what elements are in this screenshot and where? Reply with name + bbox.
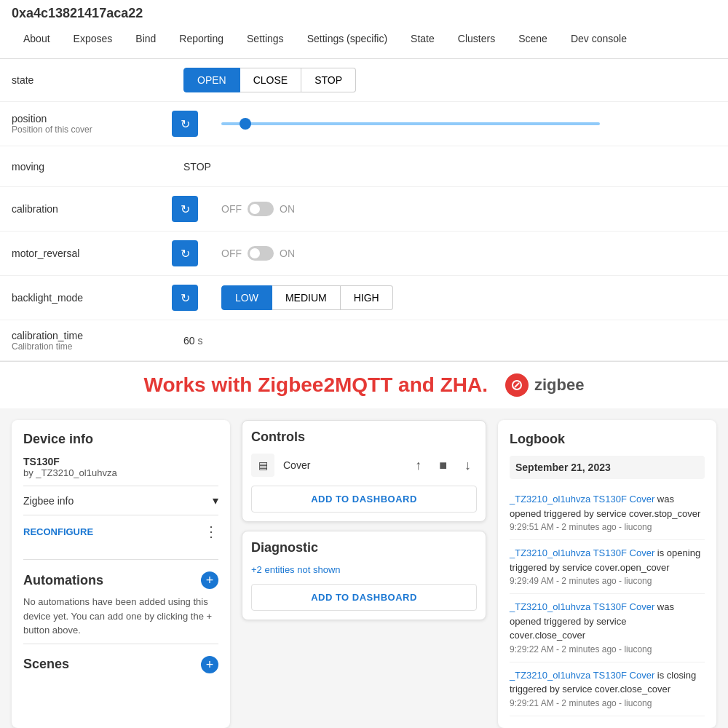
state-label: state (12, 74, 172, 86)
diagnostic-panel: Diagnostic +2 entities not shown ADD TO … (242, 531, 486, 620)
tab-settings-specific[interactable]: Settings (specific) (296, 27, 399, 52)
page-title: 0xa4c13821417aca22 (12, 6, 716, 21)
cover-close-button[interactable]: ↓ (459, 455, 477, 476)
log-time-2: 9:29:49 AM - 2 minutes ago - liucong (510, 574, 705, 587)
zigbee-circle-icon (505, 373, 529, 397)
logbook-title: Logbook (510, 432, 705, 447)
cover-icon-glyph: ▤ (258, 459, 268, 471)
device-info-panel: Device info TS130F by _TZ3210_ol1uhvza Z… (12, 420, 230, 728)
cover-stop-button[interactable]: ■ (433, 455, 453, 476)
calibration-off-label: OFF (221, 203, 242, 215)
add-automation-button[interactable]: + (201, 571, 218, 589)
zigbee-info-label: Zigbee info (23, 495, 74, 507)
zigbee-info-row[interactable]: Zigbee info ▾ (23, 486, 218, 515)
tab-about[interactable]: About (12, 27, 62, 52)
dots-icon: ⋮ (204, 523, 218, 539)
log-link-4[interactable]: _TZ3210_ol1uhvza TS130F Cover (510, 670, 654, 681)
reconfigure-button[interactable]: RECONFIGURE (23, 526, 93, 537)
log-time-1: 9:29:51 AM - 2 minutes ago - liucong (510, 521, 705, 534)
calibration-time-value-container: 60 s (183, 335, 716, 347)
automations-description: No automations have been added using thi… (23, 595, 218, 638)
cover-icon: ▤ (251, 454, 274, 477)
main-content: state OPEN CLOSE STOP position Position … (0, 59, 728, 728)
position-label-container: position Position of this cover (12, 113, 172, 135)
position-sublabel: Position of this cover (12, 124, 172, 135)
arrow-up-icon: ↑ (415, 458, 422, 472)
motor-reversal-slider (248, 246, 274, 261)
nav-tabs: About Exposes Bind Reporting Settings Se… (12, 27, 716, 52)
tab-reporting[interactable]: Reporting (167, 27, 235, 52)
motor-reversal-refresh-button[interactable]: ↻ (172, 240, 198, 266)
scenes-section: Scenes + (23, 644, 218, 673)
diagnostic-title: Diagnostic (251, 540, 477, 555)
backlight-mode-label: backlight_mode (12, 292, 172, 304)
plus-icon: + (206, 574, 214, 587)
backlight-low-button[interactable]: LOW (221, 285, 272, 310)
calibration-time-sublabel: Calibration time (12, 341, 172, 352)
motor-reversal-refresh-container: ↻ (172, 240, 198, 266)
motor-reversal-on-label: ON (280, 248, 295, 259)
backlight-refresh-container: ↻ (172, 285, 198, 311)
plus-icon-scene: + (206, 658, 214, 671)
controls-panel-title: Controls (251, 430, 477, 445)
tab-dev-console[interactable]: Dev console (559, 27, 638, 52)
state-close-button[interactable]: CLOSE (240, 68, 301, 92)
moving-label: moving (12, 161, 172, 173)
backlight-mode-row: backlight_mode ↻ LOW MEDIUM HIGH (0, 276, 728, 320)
tab-scene[interactable]: Scene (507, 27, 559, 52)
backlight-high-button[interactable]: HIGH (341, 285, 393, 310)
moving-row: moving STOP (0, 146, 728, 187)
state-open-button[interactable]: OPEN (183, 68, 240, 92)
log-link-1[interactable]: _TZ3210_ol1uhvza TS130F Cover (510, 494, 654, 505)
position-row: position Position of this cover ↻ (0, 102, 728, 146)
position-refresh-container: ↻ (172, 111, 198, 137)
calibration-refresh-button[interactable]: ↻ (172, 196, 198, 222)
reconfigure-row: RECONFIGURE ⋮ (23, 515, 218, 547)
calibration-label: calibration (12, 203, 172, 215)
logbook-date: September 21, 2023 (510, 456, 705, 479)
tab-settings[interactable]: Settings (235, 27, 296, 52)
tab-exposes[interactable]: Exposes (62, 27, 124, 52)
calibration-time-row: calibration_time Calibration time 60 s (0, 320, 728, 361)
log-link-2[interactable]: _TZ3210_ol1uhvza TS130F Cover (510, 547, 654, 558)
calibration-time-unit: s (198, 335, 203, 347)
arrow-down-icon: ↓ (464, 458, 471, 472)
position-refresh-button[interactable]: ↻ (172, 111, 198, 137)
dots-menu-button[interactable]: ⋮ (204, 523, 218, 540)
state-stop-button[interactable]: STOP (301, 68, 356, 92)
log-entry-1: _TZ3210_ol1uhvza TS130F Cover was opened… (510, 486, 705, 540)
backlight-refresh-button[interactable]: ↻ (172, 285, 198, 311)
controls-sub-panel: Controls ▤ Cover ↑ ■ ↓ (242, 420, 486, 522)
refresh-icon-2: ↻ (181, 202, 190, 216)
tab-state[interactable]: State (399, 27, 446, 52)
cover-open-button[interactable]: ↑ (409, 455, 427, 476)
logbook-panel: Logbook September 21, 2023 _TZ3210_ol1uh… (498, 420, 716, 728)
motor-reversal-toggle-container: OFF ON (221, 246, 716, 261)
diagnostic-add-to-dashboard-button[interactable]: ADD TO DASHBOARD (251, 584, 477, 611)
entities-not-shown-link[interactable]: +2 entities not shown (251, 564, 477, 575)
position-slider[interactable] (221, 122, 600, 125)
add-scene-button[interactable]: + (201, 656, 218, 673)
automations-section: Automations + (23, 559, 218, 589)
tab-clusters[interactable]: Clusters (446, 27, 507, 52)
chevron-down-icon: ▾ (213, 494, 218, 507)
calibration-row: calibration ↻ OFF ON (0, 187, 728, 232)
state-row: state OPEN CLOSE STOP (0, 59, 728, 102)
calibration-on-label: ON (280, 203, 295, 215)
add-to-dashboard-button[interactable]: ADD TO DASHBOARD (251, 486, 477, 513)
log-link-3[interactable]: _TZ3210_ol1uhvza TS130F Cover (510, 601, 654, 612)
tab-bind[interactable]: Bind (124, 27, 167, 52)
refresh-icon-3: ↻ (181, 247, 190, 261)
promo-text: Works with Zigbee2MQTT and ZHA. (144, 373, 488, 397)
calibration-time-value: 60 (183, 335, 195, 347)
calibration-time-label-container: calibration_time Calibration time (12, 330, 172, 352)
stop-icon: ■ (439, 458, 447, 472)
moving-value: STOP (183, 161, 716, 173)
calibration-toggle[interactable] (248, 202, 274, 216)
motor-reversal-toggle[interactable] (248, 246, 274, 261)
panels-section: Device info TS130F by _TZ3210_ol1uhvza Z… (0, 408, 728, 728)
backlight-medium-button[interactable]: MEDIUM (272, 285, 341, 310)
cover-label: Cover (283, 459, 310, 471)
zigbee-logo-text: zigbee (534, 376, 584, 395)
cover-action-buttons: ↑ ■ ↓ (409, 455, 477, 476)
